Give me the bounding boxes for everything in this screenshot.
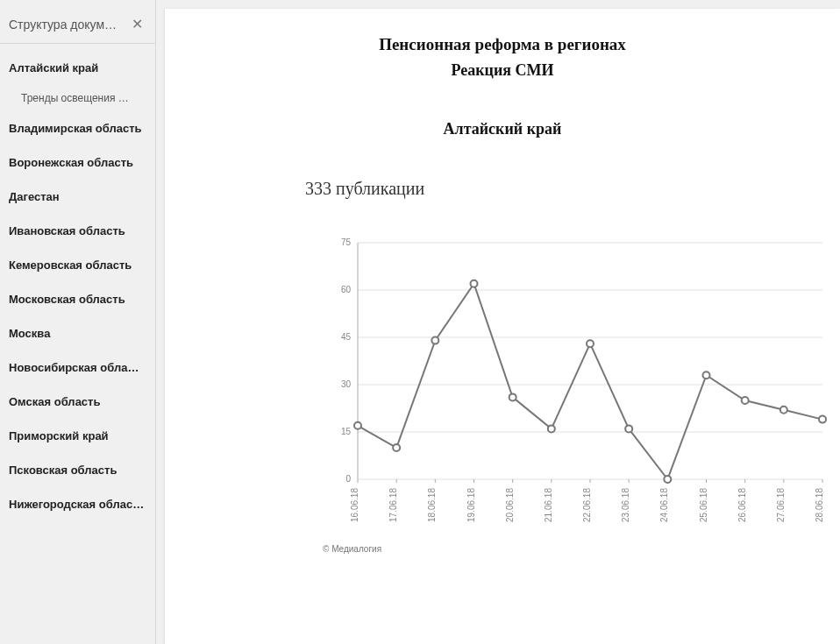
svg-text:26.06.18: 26.06.18 [737, 488, 747, 522]
svg-point-40 [393, 444, 400, 451]
svg-text:45: 45 [341, 332, 352, 342]
section-heading: Алтайский край [191, 120, 814, 138]
document-area: Пенсионная реформа в регионах Реакция СМ… [165, 9, 840, 644]
svg-text:22.06.18: 22.06.18 [582, 488, 592, 522]
svg-text:60: 60 [341, 285, 352, 294]
svg-point-46 [625, 425, 632, 432]
publication-count: 333 публикации [305, 179, 814, 199]
svg-text:16.06.18: 16.06.18 [350, 488, 359, 522]
svg-point-39 [354, 422, 361, 429]
svg-text:20.06.18: 20.06.18 [505, 488, 515, 522]
sidebar-item[interactable]: Московская область [0, 282, 155, 316]
sidebar-item[interactable]: Кемеровская область [0, 248, 155, 282]
svg-text:21.06.18: 21.06.18 [544, 488, 553, 522]
sidebar-item[interactable]: Омская область [0, 385, 155, 419]
svg-point-51 [819, 416, 826, 423]
svg-text:24.06.18: 24.06.18 [659, 488, 669, 522]
svg-point-49 [742, 397, 749, 404]
svg-point-43 [509, 393, 516, 400]
close-icon[interactable]: ✕ [128, 14, 146, 34]
sidebar-item[interactable]: Москва [0, 316, 155, 350]
svg-point-45 [587, 340, 594, 347]
svg-point-50 [780, 407, 787, 414]
sidebar-item[interactable]: Владимирская область [0, 111, 155, 145]
svg-point-44 [548, 425, 555, 432]
svg-text:19.06.18: 19.06.18 [466, 488, 476, 522]
svg-text:0: 0 [345, 474, 351, 484]
sidebar-item[interactable]: Алтайский край [0, 51, 155, 85]
sidebar-item[interactable]: Ивановская область [0, 214, 155, 248]
sidebar-item[interactable]: Приморский край [0, 419, 155, 453]
page-title: Пенсионная реформа в регионах [191, 35, 814, 54]
svg-text:15: 15 [341, 427, 352, 436]
sidebar-subitem[interactable]: Тренды освещения … [0, 85, 155, 111]
svg-point-41 [431, 337, 438, 344]
svg-point-47 [664, 476, 671, 483]
sidebar-item[interactable]: Новосибирская обла… [0, 350, 155, 385]
sidebar-item[interactable]: Псковская область [0, 453, 155, 487]
sidebar-item[interactable]: Воронежская область [0, 145, 155, 180]
svg-point-42 [471, 280, 478, 287]
svg-text:18.06.18: 18.06.18 [427, 488, 437, 522]
chart-attribution: © Медиалогия [323, 544, 814, 554]
outline-sidebar: Структура докум… ✕ Алтайский крайТренды … [0, 0, 156, 644]
sidebar-item[interactable]: Нижегородская облас… [0, 487, 155, 521]
svg-text:30: 30 [341, 379, 352, 389]
svg-text:25.06.18: 25.06.18 [699, 488, 708, 522]
svg-text:23.06.18: 23.06.18 [621, 488, 630, 522]
sidebar-title: Структура докум… [9, 18, 117, 32]
sidebar-header: Структура докум… ✕ [0, 9, 155, 44]
sidebar-item[interactable]: Дагестан [0, 180, 155, 214]
page-subtitle: Реакция СМИ [191, 61, 814, 80]
svg-point-48 [703, 372, 710, 379]
svg-text:27.06.18: 27.06.18 [776, 488, 786, 522]
line-chart: 0153045607516.06.1817.06.1818.06.1819.06… [323, 234, 814, 535]
svg-text:17.06.18: 17.06.18 [388, 488, 398, 522]
svg-text:28.06.18: 28.06.18 [815, 488, 824, 522]
svg-text:75: 75 [341, 237, 352, 247]
